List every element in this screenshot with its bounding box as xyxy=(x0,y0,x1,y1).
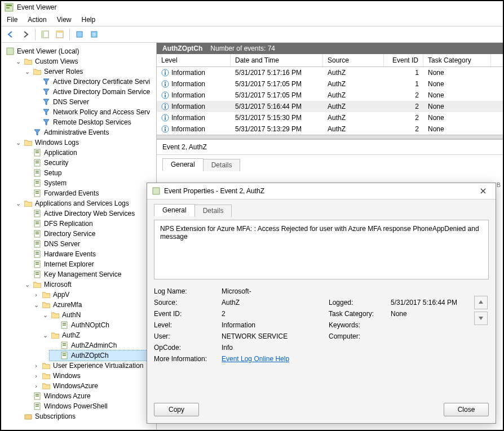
tree-subscriptions[interactable]: Subscriptions xyxy=(14,411,156,421)
tree-authn-opt[interactable]: AuthNOptCh xyxy=(50,320,156,330)
tree-item[interactable]: DNS Server xyxy=(23,239,156,249)
v-comp xyxy=(391,332,481,340)
tree-item[interactable]: Application xyxy=(23,148,156,158)
table-row[interactable]: Information 5/31/2017 5:15:30 PM AuthZ 2… xyxy=(157,112,503,123)
copy-button[interactable]: Copy xyxy=(154,403,199,416)
collapse-icon[interactable]: ⌄ xyxy=(42,312,48,319)
tree-item[interactable]: Windows Azure xyxy=(23,391,156,401)
toolbar-separator xyxy=(35,29,36,40)
tree-appv[interactable]: ›AppV xyxy=(32,290,156,300)
tree-apps-logs[interactable]: ⌄ Applications and Services Logs xyxy=(14,198,156,208)
tree-item[interactable]: DFS Replication xyxy=(23,219,156,229)
titlebar: Event Viewer xyxy=(1,1,503,14)
tree-item[interactable]: Network Policy and Access Serv xyxy=(32,107,156,117)
expand-icon[interactable]: › xyxy=(33,291,39,298)
svg-rect-71 xyxy=(165,93,166,94)
collapse-icon[interactable]: ⌄ xyxy=(15,200,21,207)
dialog-tab-details[interactable]: Details xyxy=(194,205,232,217)
tree-item[interactable]: DNS Server xyxy=(32,97,156,107)
tree-authz[interactable]: ⌄AuthZ xyxy=(41,330,156,340)
expand-icon[interactable]: › xyxy=(33,362,39,369)
toolbar: ? xyxy=(1,26,503,43)
menu-file[interactable]: File xyxy=(7,16,17,24)
table-row[interactable]: Information 5/31/2017 5:17:05 PM AuthZ 2… xyxy=(157,90,503,101)
tree-item[interactable]: Setup xyxy=(23,168,156,178)
tree-admin-events[interactable]: Administrative Events xyxy=(23,127,156,137)
table-row[interactable]: Information 5/31/2017 5:16:44 PM AuthZ 2… xyxy=(157,101,503,112)
table-row[interactable]: Information 5/31/2017 5:13:29 PM AuthZ 2… xyxy=(157,123,503,135)
log-icon xyxy=(33,239,42,248)
col-date[interactable]: Date and Time xyxy=(231,54,323,66)
table-row[interactable]: Information 5/31/2017 5:17:05 PM AuthZ 1… xyxy=(157,78,503,90)
detail-header: Event 2, AuthZ xyxy=(157,140,503,155)
tree-root[interactable]: Event Viewer (Local) xyxy=(5,46,156,56)
tree-item[interactable]: Hardware Events xyxy=(23,249,156,259)
tree-authz-opt[interactable]: AuthZOptCh xyxy=(50,350,156,361)
col-eventid[interactable]: Event ID xyxy=(384,54,423,66)
collapse-icon[interactable]: ⌄ xyxy=(24,281,30,288)
tree-windows-logs[interactable]: ⌄ Windows Logs xyxy=(14,137,156,148)
help-button[interactable]: ? xyxy=(88,28,100,41)
info-icon xyxy=(161,91,169,99)
tree-item[interactable]: Active Directory Domain Service xyxy=(32,87,156,97)
prev-event-button[interactable] xyxy=(474,296,488,309)
tree-server-roles[interactable]: ⌄ Server Roles xyxy=(23,66,156,77)
collapse-icon[interactable]: ⌄ xyxy=(42,332,48,339)
tab-details[interactable]: Details xyxy=(203,159,241,171)
col-level[interactable]: Level xyxy=(157,54,231,66)
expand-icon[interactable]: › xyxy=(33,383,39,389)
tree-authz-admin[interactable]: AuthZAdminCh xyxy=(50,340,156,350)
back-button[interactable] xyxy=(5,28,17,41)
menu-action[interactable]: Action xyxy=(28,16,46,24)
properties-button[interactable] xyxy=(54,28,66,41)
event-log-online-help-link[interactable]: Event Log Online Help xyxy=(222,355,289,363)
tree-pane[interactable]: Event Viewer (Local) ⌄ Custom Views ⌄ Se… xyxy=(1,43,157,430)
event-message[interactable]: NPS Extension for Azure MFA: : Access Re… xyxy=(154,220,489,279)
dialog-tab-general[interactable]: General xyxy=(154,204,195,216)
svg-rect-70 xyxy=(165,95,166,97)
dialog-close-button[interactable] xyxy=(475,185,491,197)
tree-item[interactable]: Remote Desktop Services xyxy=(32,117,156,127)
tree-item[interactable]: Directory Service xyxy=(23,229,156,239)
tree-azuremfa[interactable]: ⌄AzureMfa xyxy=(32,300,156,310)
info-icon xyxy=(161,114,169,122)
tree-custom-views[interactable]: ⌄ Custom Views xyxy=(14,56,156,66)
show-hide-tree-button[interactable] xyxy=(39,28,51,41)
tree-item[interactable]: Active Directory Certificate Servi xyxy=(32,77,156,87)
collapse-icon[interactable]: ⌄ xyxy=(15,139,21,146)
tree-ms-windows[interactable]: ›Windows xyxy=(32,371,156,381)
tab-general[interactable]: General xyxy=(162,158,204,171)
table-row[interactable]: Information 5/31/2017 5:17:16 PM AuthZ 1… xyxy=(157,67,503,78)
menu-help[interactable]: Help xyxy=(82,16,96,24)
k-more: More Information: xyxy=(154,355,222,363)
refresh-button[interactable] xyxy=(73,28,86,41)
tree-uev[interactable]: ›User Experience Virtualization xyxy=(32,361,156,371)
menu-view[interactable]: View xyxy=(57,16,72,24)
tree-item[interactable]: Internet Explorer xyxy=(23,259,156,269)
tree-item[interactable]: Forwarded Events xyxy=(23,188,156,198)
dialog-titlebar[interactable]: Event Properties - Event 2, AuthZ xyxy=(147,183,496,199)
tree-authn[interactable]: ⌄AuthN xyxy=(41,310,156,320)
tree-item[interactable]: Key Management Service xyxy=(23,269,156,279)
tree-item[interactable]: Windows PowerShell xyxy=(23,401,156,411)
v-logged: 5/31/2017 5:16:44 PM xyxy=(391,299,481,306)
svg-rect-19 xyxy=(36,172,39,174)
collapse-icon[interactable]: ⌄ xyxy=(33,301,39,309)
next-event-button[interactable] xyxy=(474,312,488,325)
dialog-tabs: General Details xyxy=(154,204,489,216)
col-category[interactable]: Task Category xyxy=(423,54,491,66)
tree-item[interactable]: Active Directory Web Services xyxy=(23,208,156,219)
expand-icon[interactable]: › xyxy=(33,372,39,379)
tree-ms-windowsazure[interactable]: ›WindowsAzure xyxy=(32,381,156,391)
log-icon xyxy=(60,341,69,350)
tree-item[interactable]: Security xyxy=(23,158,156,168)
forward-button[interactable] xyxy=(19,28,32,41)
collapse-icon[interactable]: ⌄ xyxy=(15,58,21,65)
filter-icon xyxy=(42,118,51,127)
close-button[interactable]: Close xyxy=(444,403,489,416)
collapse-icon[interactable]: ⌄ xyxy=(24,68,30,75)
pane-splitter[interactable] xyxy=(157,135,503,139)
tree-microsoft[interactable]: ⌄ Microsoft xyxy=(23,279,156,290)
tree-item[interactable]: System xyxy=(23,178,156,188)
col-source[interactable]: Source xyxy=(323,54,384,66)
